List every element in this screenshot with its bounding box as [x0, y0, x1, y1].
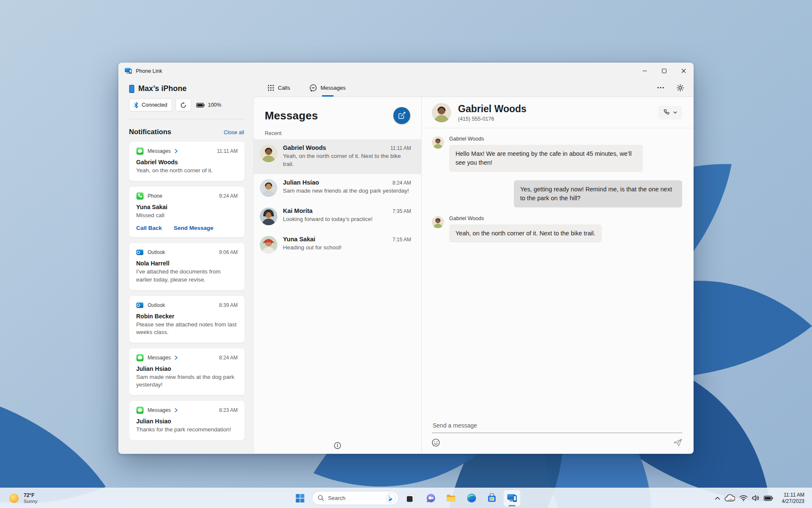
wifi-button[interactable] — [737, 492, 750, 504]
chevron-right-icon — [175, 356, 178, 360]
tab-messages[interactable]: Messages — [310, 79, 346, 97]
conversation-item[interactable]: Kai Morita 7:35 AM Looking forward to to… — [254, 202, 421, 231]
taskbar-search[interactable] — [312, 491, 399, 505]
bluetooth-icon — [134, 102, 138, 108]
speaker-icon — [752, 495, 760, 501]
conversation-name: Yuna Sakai — [283, 236, 315, 243]
onedrive-cloud-icon — [724, 494, 735, 502]
conversation-item[interactable]: Yuna Sakai 7:15 AM Heading out for schoo… — [254, 231, 421, 259]
notification-card[interactable]: Messages 8:23 AM Julian Hsiao Thanks for… — [129, 400, 245, 440]
notification-card[interactable]: Outlook 8:39 AM Robin Becker Please see … — [129, 295, 245, 343]
clock-date: 4/27/2023 — [782, 498, 804, 505]
connection-status-pill[interactable]: Connected — [129, 99, 172, 111]
chevron-up-icon — [715, 497, 720, 500]
taskbar-clock[interactable]: 11:11 AM 4/27/2023 — [779, 491, 807, 505]
refresh-button[interactable] — [176, 99, 191, 111]
message-sender: Gabriel Woods — [449, 215, 682, 221]
emoji-button[interactable] — [432, 439, 440, 447]
start-button[interactable] — [292, 490, 309, 507]
clock-time: 11:11 AM — [782, 492, 804, 498]
close-button[interactable] — [674, 63, 693, 79]
desktop: Phone Link — [0, 0, 812, 508]
chat-header: Gabriel Woods (415) 555-0176 — [422, 97, 693, 128]
phone-icon — [663, 109, 670, 116]
divider — [129, 119, 244, 119]
more-button[interactable] — [657, 87, 664, 88]
notification-action-link[interactable]: Call Back — [136, 225, 162, 231]
notification-time: 11:11 AM — [217, 148, 238, 154]
settings-button[interactable] — [677, 84, 684, 91]
composer — [422, 419, 693, 453]
battery-tray-button[interactable] — [762, 493, 775, 503]
file-explorer-button[interactable] — [443, 490, 460, 507]
battery-tray-icon — [764, 496, 773, 501]
onedrive-button[interactable] — [722, 492, 737, 504]
avatar — [260, 179, 277, 197]
device-name: Max’s iPhone — [138, 84, 187, 93]
tab-messages-label: Messages — [321, 85, 346, 91]
notification-actions: Call BackSend Message — [136, 225, 238, 231]
windows-logo-icon — [296, 494, 305, 503]
store-button[interactable] — [483, 490, 500, 507]
notification-sender: Robin Becker — [136, 313, 238, 320]
conversation-item[interactable]: Julian Hsiao 8:24 AM Sam made new friend… — [254, 174, 421, 202]
notification-time: 8:39 AM — [219, 302, 238, 308]
notification-time: 9:24 AM — [219, 193, 238, 199]
search-input[interactable] — [328, 495, 382, 501]
phone-link-button[interactable] — [504, 490, 521, 507]
notification-sender: Julian Hsiao — [136, 365, 238, 372]
conversation-preview: Sam made new friends at the dog park yes… — [283, 187, 411, 195]
notification-body: I’ve attached the documents from earlier… — [136, 268, 238, 284]
notification-body: Sam made new friends at the dog park yes… — [136, 373, 238, 389]
notification-sender: Julian Hsiao — [136, 418, 238, 425]
notifications-title: Notifications — [129, 128, 171, 136]
maximize-icon — [662, 69, 667, 73]
tab-calls[interactable]: Calls — [268, 79, 290, 97]
minimize-button[interactable] — [635, 63, 654, 79]
chat-button[interactable] — [422, 490, 439, 507]
conversation-name: Julian Hsiao — [283, 179, 319, 186]
weather-condition: Sunny — [24, 498, 38, 504]
conversation-item[interactable]: Gabriel Woods 11:11 AM Yeah, on the nort… — [254, 139, 421, 174]
notification-app-name: Phone — [148, 193, 162, 199]
battery-icon — [196, 103, 205, 108]
weather-widget[interactable]: 72°F Sunny — [5, 491, 41, 505]
maximize-button[interactable] — [654, 63, 674, 79]
imessage-icon — [136, 354, 144, 362]
notification-card[interactable]: Messages 8:24 AM Julian Hsiao Sam made n… — [129, 348, 245, 395]
call-button[interactable] — [658, 106, 682, 119]
device-row: Max’s iPhone — [129, 84, 245, 93]
notification-card[interactable]: Messages 11:11 AM Gabriel Woods Yeah, on… — [129, 141, 245, 181]
phone-link-window: Phone Link — [118, 63, 694, 454]
conversation-preview: Looking forward to today’s practice! — [283, 215, 411, 224]
send-button[interactable] — [673, 439, 682, 447]
send-icon — [673, 439, 682, 447]
info-button[interactable] — [334, 442, 341, 449]
phone-link-taskbar-icon — [507, 493, 517, 503]
notification-card[interactable]: Phone 9:24 AM Yuna Sakai Missed call Cal… — [129, 186, 245, 238]
incoming-message-bubble: Hello Max! We are meeting by the cafe in… — [449, 145, 643, 172]
notification-action-link[interactable]: Send Message — [174, 225, 214, 231]
edge-button[interactable] — [463, 490, 480, 507]
volume-button[interactable] — [750, 492, 762, 504]
tray-chevron-button[interactable] — [713, 494, 722, 502]
iphone-icon — [129, 85, 134, 93]
info-icon — [334, 442, 341, 449]
close-all-link[interactable]: Close all — [224, 130, 244, 135]
new-message-button[interactable] — [393, 107, 410, 124]
close-icon — [681, 69, 686, 73]
chevron-down-icon — [673, 111, 677, 114]
message-input[interactable] — [432, 419, 682, 433]
outgoing-message-bubble: Yes, getting ready now! Remind me, is th… — [514, 180, 682, 207]
conversation-name: Kai Morita — [283, 207, 313, 214]
conversation-list: Gabriel Woods 11:11 AM Yeah, on the nort… — [254, 139, 421, 259]
notification-app-name: Outlook — [148, 302, 165, 308]
contact-avatar — [432, 103, 451, 122]
avatar — [260, 236, 277, 254]
task-view-button[interactable] — [402, 490, 419, 507]
notification-sender: Gabriel Woods — [136, 159, 238, 166]
battery-status: 100% — [196, 102, 221, 108]
teams-chat-icon — [426, 493, 436, 503]
notification-card[interactable]: Outlook 9:06 AM Nola Harrell I’ve attach… — [129, 243, 245, 290]
outlook-icon — [136, 248, 144, 256]
